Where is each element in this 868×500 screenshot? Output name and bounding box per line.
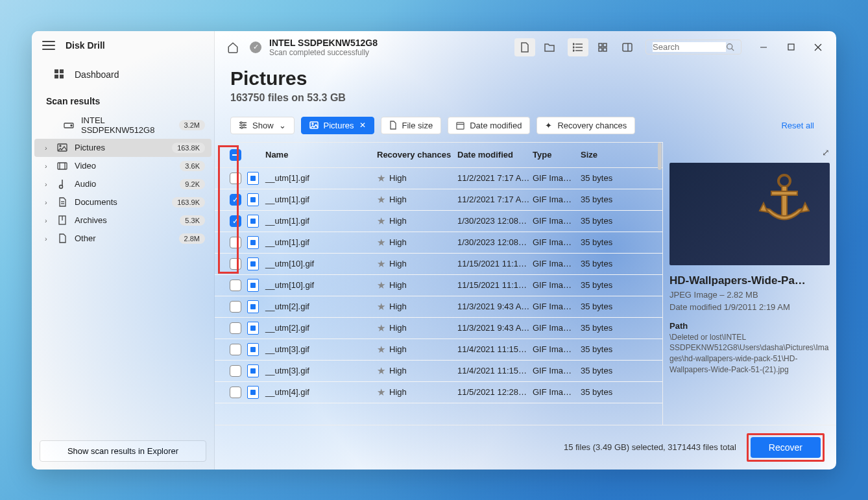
column-name[interactable]: Name	[265, 150, 377, 160]
svg-rect-25	[603, 48, 607, 51]
documents-icon	[56, 197, 68, 207]
highlight-annotation: Recover	[747, 433, 825, 462]
table-row[interactable]: __utm[10].gif★High11/15/2021 11:1…GIF Im…	[215, 254, 662, 275]
select-all-checkbox[interactable]	[230, 149, 241, 161]
sidebar-item-pictures[interactable]: ›Pictures163.8K	[34, 139, 211, 157]
file-view-icon[interactable]	[514, 38, 535, 56]
grid-view-icon[interactable]	[592, 38, 613, 56]
file-name: __utm[1].gif	[265, 195, 377, 204]
sidebar-item-badge: 5.3K	[180, 215, 205, 226]
svg-rect-23	[603, 43, 607, 47]
sidebar-item-intel-ssdpeknw512g8[interactable]: INTEL SSDPEKNW512G83.2M	[34, 112, 211, 139]
svg-rect-3	[60, 75, 64, 78]
sidebar-item-archives[interactable]: ›Archives5.3K	[34, 211, 211, 230]
search-input[interactable]	[653, 42, 726, 52]
sidebar-item-video[interactable]: ›Video3.6K	[34, 157, 211, 175]
row-checkbox[interactable]	[230, 280, 241, 291]
filter-datemod[interactable]: Date modified	[448, 117, 530, 134]
table-row[interactable]: __utm[2].gif★High11/3/2021 9:43 A…GIF Im…	[215, 296, 662, 318]
scrollbar[interactable]	[658, 143, 662, 170]
file-type: GIF Ima…	[533, 387, 581, 397]
recovery-chance: High	[389, 259, 407, 268]
reset-all-link[interactable]: Reset all	[781, 121, 821, 130]
table-row[interactable]: ✓__utm[1].gif★High11/2/2021 7:17 A…GIF I…	[215, 189, 662, 211]
date-modified: 11/4/2021 11:15…	[457, 366, 533, 375]
close-button[interactable]	[809, 38, 827, 56]
row-checkbox[interactable]	[230, 322, 241, 334]
recover-button[interactable]: Recover	[751, 437, 821, 458]
column-recovery[interactable]: Recovery chances	[377, 150, 457, 160]
table-row[interactable]: __utm[2].gif★High11/3/2021 9:43 A…GIF Im…	[215, 318, 662, 339]
chevron-right-icon[interactable]: ›	[45, 217, 53, 224]
selection-status: 15 files (3.49 GB) selected, 3171443 fil…	[564, 442, 736, 452]
table-row[interactable]: __utm[10].gif★High11/15/2021 11:1…GIF Im…	[215, 275, 662, 296]
svg-point-37	[240, 122, 242, 124]
sidebar-item-badge: 3.6K	[180, 161, 205, 171]
table-row[interactable]: __utm[4].gif★High11/5/2021 12:28…GIF Ima…	[215, 382, 662, 403]
list-view-icon[interactable]	[568, 38, 588, 56]
chevron-right-icon[interactable]: ›	[45, 235, 53, 243]
row-checkbox[interactable]: ✓	[230, 194, 241, 206]
row-checkbox[interactable]	[230, 237, 241, 248]
sidebar-item-documents[interactable]: ›Documents163.9K	[34, 193, 211, 211]
row-checkbox[interactable]	[230, 301, 241, 313]
filter-show[interactable]: Show ⌄	[230, 117, 295, 134]
sidebar: Disk Drill Dashboard Scan results INTEL …	[32, 31, 215, 470]
column-size[interactable]: Size	[581, 150, 621, 160]
chevron-down-icon: ⌄	[279, 121, 286, 130]
minimize-button[interactable]	[754, 38, 773, 56]
file-size: 35 bytes	[581, 280, 621, 290]
row-checkbox[interactable]	[230, 365, 241, 377]
preview-title: HD-Wallpapers-Wide-Pa…	[669, 274, 830, 287]
search-box[interactable]	[645, 40, 741, 54]
sidebar-item-label: Video	[75, 161, 180, 171]
file-size: 35 bytes	[581, 323, 621, 333]
row-checkbox[interactable]	[230, 173, 241, 184]
file-name: __utm[4].gif	[265, 387, 377, 397]
page-title: Pictures	[230, 67, 821, 89]
menu-icon[interactable]	[42, 41, 55, 50]
home-icon[interactable]	[224, 38, 242, 56]
table-row[interactable]: __utm[1].gif★High1/30/2023 12:08…GIF Ima…	[215, 232, 662, 254]
chevron-right-icon[interactable]: ›	[45, 180, 53, 188]
sidebar-dashboard[interactable]: Dashboard	[32, 64, 214, 86]
column-type[interactable]: Type	[533, 150, 581, 160]
row-checkbox[interactable]: ✓	[230, 215, 241, 227]
chevron-right-icon[interactable]: ›	[45, 198, 53, 206]
svg-rect-8	[58, 163, 67, 169]
chevron-right-icon[interactable]: ›	[45, 162, 53, 170]
close-icon[interactable]: ✕	[359, 121, 366, 130]
file-size: 35 bytes	[581, 259, 621, 268]
video-icon	[56, 162, 68, 170]
maximize-button[interactable]	[782, 38, 800, 56]
table-row[interactable]: ✓__utm[1].gif★High1/30/2023 12:08…GIF Im…	[215, 211, 662, 232]
chevron-right-icon[interactable]: ›	[45, 144, 53, 152]
file-type-icon	[247, 215, 259, 228]
page-subtitle: 163750 files on 53.3 GB	[230, 92, 821, 104]
sidebar-item-audio[interactable]: ›Audio9.2K	[34, 175, 211, 193]
row-checkbox[interactable]	[230, 258, 241, 270]
recovery-chance: High	[389, 237, 407, 247]
sidebar-item-badge: 2.8M	[179, 233, 205, 244]
table-row[interactable]: __utm[3].gif★High11/4/2021 11:15…GIF Ima…	[215, 361, 662, 382]
filter-recovery[interactable]: ✦ Recovery chances	[536, 117, 635, 134]
filter-icon	[239, 121, 247, 129]
column-date[interactable]: Date modified	[457, 150, 533, 160]
show-in-explorer-button[interactable]: Show scan results in Explorer	[40, 440, 206, 462]
filter-pictures[interactable]: Pictures ✕	[301, 117, 374, 134]
preview-meta: JPEG Image – 2.82 MB	[669, 290, 830, 300]
table-row[interactable]: __utm[1].gif★High11/2/2021 7:17 A…GIF Im…	[215, 168, 662, 189]
sidebar-item-other[interactable]: ›Other2.8M	[34, 230, 211, 248]
file-type-icon	[247, 343, 259, 356]
row-checkbox[interactable]	[230, 344, 241, 355]
expand-icon[interactable]: ⤢	[822, 147, 830, 158]
row-checkbox[interactable]	[230, 387, 241, 398]
scan-results-title: Scan results	[32, 89, 214, 112]
filter-filesize[interactable]: File size	[381, 117, 442, 134]
folder-view-icon[interactable]	[539, 38, 560, 56]
table-row[interactable]: __utm[3].gif★High11/4/2021 11:15…GIF Ima…	[215, 339, 662, 361]
date-modified: 11/2/2021 7:17 A…	[457, 195, 533, 204]
split-view-icon[interactable]	[617, 38, 638, 56]
sidebar-item-badge: 163.9K	[172, 197, 205, 208]
file-type-icon	[247, 172, 259, 185]
